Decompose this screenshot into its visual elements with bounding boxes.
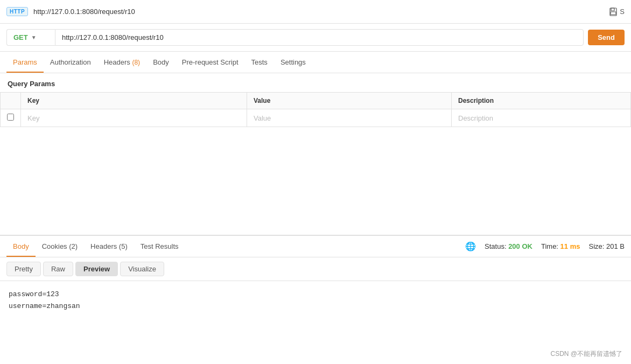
save-button[interactable]: S [609,8,625,16]
svg-rect-1 [611,8,614,11]
status-value: 200 OK [508,242,532,250]
response-status: 🌐 Status: 200 OK Time: 11 ms Size: 201 B [465,241,625,251]
chevron-down-icon: ▼ [31,34,37,40]
view-tab-preview[interactable]: Preview [75,262,118,276]
col-checkbox [1,93,21,109]
save-icon [609,8,618,16]
url-bar: GET ▼ Send [0,24,631,52]
request-section: Query Params Key Value Description Key V… [0,73,631,235]
response-line-2: username=zhangsan [9,300,622,312]
save-label: S [620,8,625,16]
response-tab-test-results[interactable]: Test Results [134,237,185,257]
response-body: password=123 username=zhangsan [0,281,631,320]
col-value: Value [247,93,452,109]
col-key: Key [21,93,247,109]
tab-pre-request-script[interactable]: Pre-request Script [176,53,245,73]
http-badge: HTTP [6,7,28,16]
view-tab-raw[interactable]: Raw [43,262,73,276]
svg-rect-2 [611,12,616,15]
url-input[interactable] [55,29,584,46]
tab-params[interactable]: Params [6,53,44,73]
watermark: CSDN @不能再留遗憾了 [550,349,622,359]
request-tabs-row: Params Authorization Headers (8) Body Pr… [0,52,631,73]
method-label: GET [13,33,28,41]
params-table: Key Value Description Key Value Descript… [0,92,631,127]
row-description[interactable]: Description [452,109,631,127]
send-button[interactable]: Send [588,30,625,45]
view-tab-visualize[interactable]: Visualize [120,262,164,276]
size-label: Size: 201 B [588,242,625,250]
size-value: 201 B [606,242,625,250]
row-key[interactable]: Key [21,109,247,127]
response-section: Body Cookies (2) Headers (5) Test Result… [0,235,631,320]
response-line-1: password=123 [9,289,622,300]
tab-settings[interactable]: Settings [274,53,312,73]
top-bar: HTTP http://127.0.0.1:8080/request/r10 S [0,0,631,24]
globe-icon: 🌐 [465,241,476,251]
view-tab-pretty[interactable]: Pretty [6,262,41,276]
response-tabs-row: Body Cookies (2) Headers (5) Test Result… [0,236,631,257]
col-description: Description [452,93,631,109]
table-row: Key Value Description [1,109,631,127]
tab-authorization[interactable]: Authorization [44,53,97,73]
time-label: Time: 11 ms [541,242,580,250]
view-tabs-row: Pretty Raw Preview Visualize [0,257,631,281]
method-select[interactable]: GET ▼ [6,29,55,46]
response-tab-body[interactable]: Body [6,237,36,257]
query-params-title: Query Params [0,73,631,92]
response-tab-cookies[interactable]: Cookies (2) [36,237,84,257]
status-label: Status: 200 OK [485,242,532,250]
row-checkbox[interactable] [1,109,21,127]
empty-area [0,127,631,235]
top-bar-url: http://127.0.0.1:8080/request/r10 [33,8,609,16]
response-tab-headers[interactable]: Headers (5) [84,237,134,257]
tab-headers[interactable]: Headers (8) [97,53,146,73]
tab-body[interactable]: Body [146,53,176,73]
tab-tests[interactable]: Tests [245,53,274,73]
time-value: 11 ms [560,242,580,250]
headers-badge: (8) [132,59,140,66]
row-value[interactable]: Value [247,109,452,127]
row-check-input[interactable] [7,114,14,121]
